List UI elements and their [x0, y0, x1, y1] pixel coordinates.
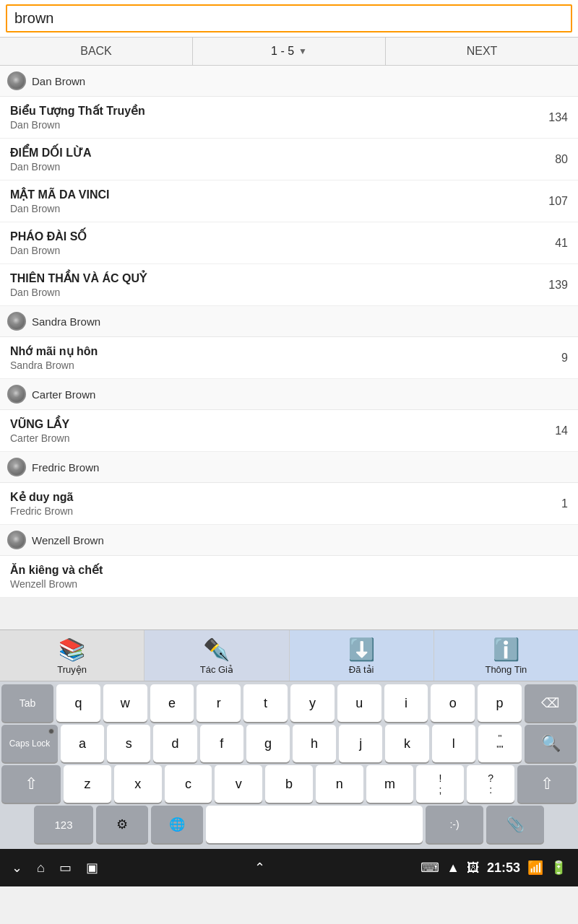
- shift-right-key[interactable]: ⇧: [517, 765, 577, 803]
- signal-status-icon: ▲: [447, 860, 460, 876]
- list-item[interactable]: ĐIỂM DỐI LỪA Dan Brown 80: [0, 139, 578, 180]
- clip-key[interactable]: 📎: [486, 806, 544, 843]
- key-quote[interactable]: ''"": [478, 725, 522, 762]
- page-selector[interactable]: 1 - 5 ▼: [193, 38, 386, 65]
- list-item[interactable]: THIÊN THẦN VÀ ÁC QUỶ Dan Brown 139: [0, 264, 578, 306]
- back-nav-icon[interactable]: ⌄: [12, 860, 22, 876]
- tab-da-tai[interactable]: ⬇️ Đã tải: [290, 630, 434, 681]
- info-icon: ℹ️: [493, 637, 519, 662]
- key-g[interactable]: g: [246, 725, 290, 762]
- next-button[interactable]: NEXT: [386, 38, 578, 65]
- key-j[interactable]: j: [339, 725, 382, 762]
- list-item[interactable]: Biểu Tượng Thất Truyền Dan Brown 134: [0, 97, 578, 139]
- back-button[interactable]: BACK: [0, 38, 193, 65]
- book-count: 41: [539, 237, 568, 250]
- key-v[interactable]: v: [215, 765, 262, 803]
- book-author: Fredric Brown: [10, 505, 539, 517]
- author-name: Wenzell Brown: [32, 534, 104, 546]
- key-i[interactable]: i: [384, 684, 428, 722]
- key-u[interactable]: u: [337, 684, 381, 722]
- system-nav-buttons: ⌄ ⌂ ▭ ▣: [12, 860, 98, 876]
- home-nav-icon[interactable]: ⌂: [37, 860, 45, 876]
- key-x[interactable]: x: [114, 765, 162, 803]
- search-key[interactable]: 🔍: [525, 725, 577, 762]
- keyboard-row-3: ⇧ z x c v b n m !; ?: ⇧: [1, 765, 577, 803]
- tab-key[interactable]: Tab: [1, 684, 53, 722]
- key-e[interactable]: e: [150, 684, 194, 722]
- key-n[interactable]: n: [316, 765, 363, 803]
- emoji-key[interactable]: :-): [426, 806, 483, 843]
- system-bar: ⌄ ⌂ ▭ ▣ ⌃ ⌨ ▲ 🖼 21:53 📶 🔋: [0, 849, 578, 886]
- author-icon: [7, 312, 26, 331]
- pen-icon: ✒️: [203, 637, 230, 662]
- tab-tac-gia[interactable]: ✒️ Tác Giả: [144, 630, 289, 681]
- key-m[interactable]: m: [366, 765, 414, 803]
- list-item[interactable]: PHÁO ĐÀI SỐ Dan Brown 41: [0, 222, 578, 264]
- book-author: Dan Brown: [10, 119, 539, 131]
- globe-key[interactable]: 🌐: [151, 806, 203, 843]
- author-name: Sandra Brown: [32, 315, 100, 328]
- book-count: 9: [539, 352, 568, 365]
- book-author: Dan Brown: [10, 203, 539, 214]
- tab-truyen[interactable]: 📚 Truyện: [0, 630, 144, 681]
- list-item[interactable]: Nhớ mãi nụ hôn Sandra Brown 9: [0, 337, 578, 379]
- screenshot-nav-icon[interactable]: ▣: [86, 860, 98, 876]
- key-p[interactable]: p: [478, 684, 522, 722]
- tab-thong-tin[interactable]: ℹ️ Thông Tin: [434, 630, 578, 681]
- key-exclaim[interactable]: !;: [416, 765, 464, 803]
- book-count: 14: [539, 424, 568, 437]
- book-count: 1: [539, 497, 568, 510]
- caps-lock-key[interactable]: Caps Lock: [1, 725, 58, 762]
- key-o[interactable]: o: [431, 684, 475, 722]
- key-question[interactable]: ?:: [467, 765, 514, 803]
- recents-nav-icon[interactable]: ▭: [59, 860, 72, 876]
- arrow-up-icon[interactable]: ⌃: [254, 860, 265, 876]
- author-header-fredric-brown[interactable]: Fredric Brown: [0, 452, 578, 483]
- key-h[interactable]: h: [293, 725, 336, 762]
- book-count: 107: [539, 195, 568, 208]
- results-container: Dan Brown Biểu Tượng Thất Truyền Dan Bro…: [0, 66, 578, 629]
- book-count: 134: [539, 111, 568, 124]
- shift-left-key[interactable]: ⇧: [1, 765, 61, 803]
- tab-label: Tác Giả: [200, 664, 233, 675]
- book-author: Sandra Brown: [10, 359, 539, 371]
- key-r[interactable]: r: [197, 684, 241, 722]
- num123-key[interactable]: 123: [34, 806, 93, 843]
- settings-key[interactable]: ⚙: [96, 806, 148, 843]
- key-f[interactable]: f: [200, 725, 243, 762]
- space-key[interactable]: [206, 806, 423, 843]
- key-k[interactable]: k: [385, 725, 428, 762]
- key-a[interactable]: a: [61, 725, 104, 762]
- key-d[interactable]: d: [153, 725, 197, 762]
- download-icon: ⬇️: [348, 637, 375, 662]
- author-header-wenzell-brown[interactable]: Wenzell Brown: [0, 525, 578, 556]
- key-z[interactable]: z: [64, 765, 111, 803]
- backspace-key[interactable]: ⌫: [525, 684, 577, 722]
- key-c[interactable]: c: [165, 765, 212, 803]
- key-q[interactable]: q: [56, 684, 100, 722]
- list-item[interactable]: Ăn kiêng và chết Wenzell Brown: [0, 556, 578, 598]
- key-b[interactable]: b: [265, 765, 313, 803]
- key-s[interactable]: s: [107, 725, 150, 762]
- tab-label: Truyện: [57, 664, 87, 675]
- list-item[interactable]: VŨNG LẦY Carter Brown 14: [0, 410, 578, 452]
- dropdown-arrow-icon: ▼: [298, 46, 307, 56]
- author-header-dan-brown[interactable]: Dan Brown: [0, 66, 578, 97]
- search-input[interactable]: brown: [6, 4, 572, 32]
- author-header-carter-brown[interactable]: Carter Brown: [0, 379, 578, 410]
- book-author: Dan Brown: [10, 245, 539, 256]
- page-range-label: 1 - 5: [271, 45, 294, 58]
- tab-label: Đã tải: [349, 664, 374, 675]
- key-w[interactable]: w: [103, 684, 147, 722]
- author-header-sandra-brown[interactable]: Sandra Brown: [0, 306, 578, 337]
- list-item[interactable]: Kẻ duy ngã Fredric Brown 1: [0, 483, 578, 525]
- book-title: VŨNG LẦY: [10, 417, 539, 431]
- system-time: 21:53: [487, 860, 520, 876]
- results-list: Dan Brown Biểu Tượng Thất Truyền Dan Bro…: [0, 66, 578, 598]
- key-l[interactable]: l: [432, 725, 475, 762]
- book-title: Kẻ duy ngã: [10, 490, 539, 504]
- book-author: Wenzell Brown: [10, 578, 539, 590]
- key-t[interactable]: t: [243, 684, 288, 722]
- list-item[interactable]: MẬT MÃ DA VINCI Dan Brown 107: [0, 180, 578, 222]
- key-y[interactable]: y: [290, 684, 335, 722]
